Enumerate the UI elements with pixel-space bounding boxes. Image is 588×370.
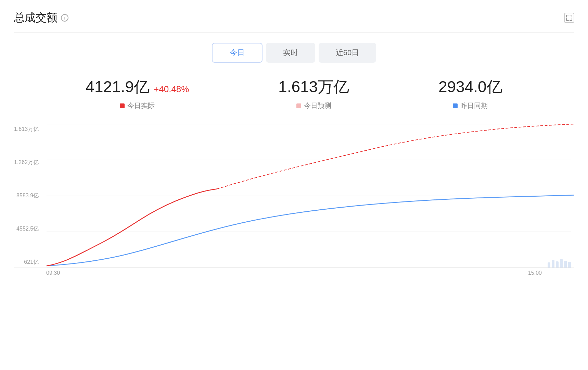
bar-icon-2	[552, 260, 554, 268]
stat-forecast-label: 今日预测	[304, 101, 331, 110]
tab-today[interactable]: 今日	[212, 43, 263, 63]
expand-icon[interactable]	[564, 13, 574, 23]
bar-icon-4	[560, 259, 563, 268]
stat-yesterday-label: 昨日同期	[460, 101, 488, 110]
stat-yesterday-label-row: 昨日同期	[453, 101, 488, 110]
x-label-start: 09:30	[46, 270, 60, 276]
x-axis-labels: 09:30 15:00	[14, 268, 574, 276]
page-title: 总成交额	[14, 10, 57, 25]
bar-icon-6	[568, 262, 571, 268]
stat-yesterday: 2934.0亿 昨日同期	[438, 76, 502, 110]
stats-row: 4121.9亿 +40.48% 今日实际 1.613万亿 今日预测 2934.0…	[14, 76, 574, 110]
bottom-icons	[548, 254, 571, 268]
tab-60days[interactable]: 近60日	[319, 43, 376, 63]
forecast-line	[217, 124, 574, 189]
bar-icon-3	[556, 261, 559, 268]
page-header: 总成交额 i	[14, 10, 574, 25]
y-label-3: 4552.5亿	[14, 225, 41, 233]
stat-forecast-label-row: 今日预测	[296, 101, 331, 110]
chart-svg	[47, 124, 574, 268]
bar-icon-1	[548, 262, 550, 268]
y-axis-labels: 1.613万亿 1.262万亿 8583.9亿 4552.5亿 621亿	[14, 124, 41, 268]
x-label-end: 15:00	[528, 270, 542, 276]
yesterday-line	[47, 195, 574, 266]
chart-area: 1.613万亿 1.262万亿 8583.9亿 4552.5亿 621亿	[14, 124, 574, 268]
stat-forecast: 1.613万亿 今日预测	[278, 76, 349, 110]
divider	[14, 32, 574, 33]
actual-line	[47, 189, 217, 266]
y-label-4: 621亿	[14, 259, 41, 266]
stat-actual-change: +40.48%	[154, 84, 189, 95]
stat-actual-label-row: 今日实际	[120, 101, 155, 110]
y-label-2: 8583.9亿	[14, 192, 41, 199]
chart-container: 1.613万亿 1.262万亿 8583.9亿 4552.5亿 621亿	[14, 124, 574, 288]
stat-forecast-value: 1.613万亿	[278, 76, 349, 98]
stat-actual-label: 今日实际	[127, 101, 155, 110]
stat-actual-value: 4121.9亿	[86, 76, 150, 98]
stat-yesterday-value: 2934.0亿	[438, 76, 502, 98]
yesterday-dot	[453, 103, 458, 108]
y-label-1: 1.262万亿	[14, 159, 41, 166]
actual-dot	[120, 103, 125, 108]
bar-icon-5	[564, 261, 567, 268]
tab-realtime[interactable]: 实时	[266, 43, 315, 63]
forecast-dot	[296, 103, 301, 108]
header-left: 总成交额 i	[14, 10, 68, 25]
y-label-0: 1.613万亿	[14, 126, 41, 133]
tabs-bar: 今日 实时 近60日	[14, 43, 574, 63]
stat-actual: 4121.9亿 +40.48% 今日实际	[86, 76, 189, 110]
info-icon[interactable]: i	[61, 14, 68, 22]
